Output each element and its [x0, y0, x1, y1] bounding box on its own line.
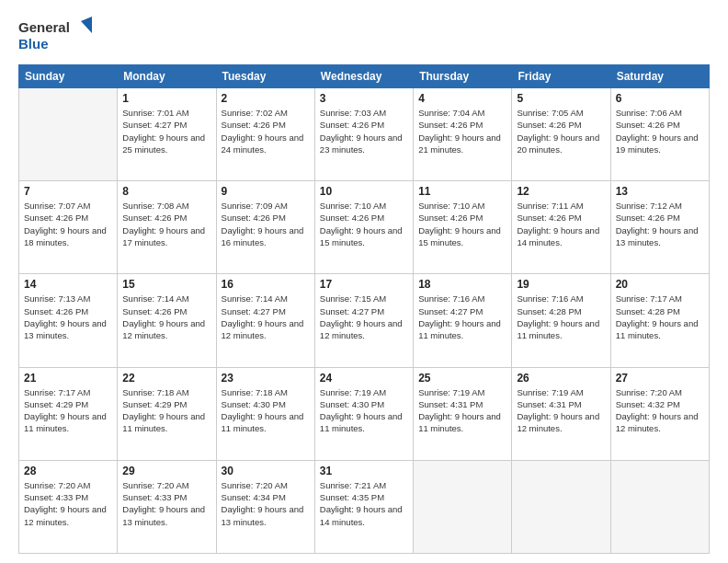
day-info: Sunrise: 7:20 AMSunset: 4:34 PMDaylight:… — [222, 479, 310, 528]
day-info: Sunrise: 7:19 AMSunset: 4:31 PMDaylight:… — [418, 386, 506, 435]
page: General Blue SundayMondayTuesdayWednesda… — [0, 0, 728, 563]
day-number: 15 — [122, 278, 210, 291]
calendar-cell: 12Sunrise: 7:11 AMSunset: 4:26 PMDayligh… — [512, 181, 610, 274]
day-info: Sunrise: 7:04 AMSunset: 4:26 PMDaylight:… — [418, 107, 506, 155]
calendar-cell: 8Sunrise: 7:08 AMSunset: 4:26 PMDaylight… — [118, 181, 216, 274]
calendar-cell: 31Sunrise: 7:21 AMSunset: 4:35 PMDayligh… — [314, 460, 413, 553]
day-info: Sunrise: 7:21 AMSunset: 4:35 PMDaylight:… — [320, 479, 408, 528]
day-number: 5 — [517, 92, 605, 105]
calendar-cell: 7Sunrise: 7:07 AMSunset: 4:26 PMDaylight… — [19, 181, 118, 274]
calendar-week-5: 28Sunrise: 7:20 AMSunset: 4:33 PMDayligh… — [19, 460, 710, 553]
day-number: 18 — [418, 278, 506, 291]
calendar-cell: 30Sunrise: 7:20 AMSunset: 4:34 PMDayligh… — [216, 460, 314, 553]
calendar-week-1: 1Sunrise: 7:01 AMSunset: 4:27 PMDaylight… — [19, 88, 710, 181]
day-number: 22 — [122, 372, 210, 385]
day-info: Sunrise: 7:14 AMSunset: 4:26 PMDaylight:… — [122, 293, 210, 341]
day-number: 29 — [122, 465, 210, 477]
day-number: 28 — [24, 465, 112, 477]
day-number: 12 — [517, 185, 605, 198]
calendar: SundayMondayTuesdayWednesdayThursdayFrid… — [18, 64, 710, 554]
calendar-cell — [512, 460, 610, 553]
day-number: 13 — [616, 185, 704, 198]
day-number: 26 — [517, 372, 605, 385]
calendar-cell: 13Sunrise: 7:12 AMSunset: 4:26 PMDayligh… — [610, 181, 709, 274]
day-number: 14 — [24, 278, 112, 291]
calendar-cell: 17Sunrise: 7:15 AMSunset: 4:27 PMDayligh… — [314, 274, 413, 367]
day-info: Sunrise: 7:11 AMSunset: 4:26 PMDaylight:… — [517, 200, 605, 248]
day-info: Sunrise: 7:16 AMSunset: 4:27 PMDaylight:… — [418, 293, 506, 341]
calendar-cell: 3Sunrise: 7:03 AMSunset: 4:26 PMDaylight… — [314, 88, 413, 181]
day-info: Sunrise: 7:13 AMSunset: 4:26 PMDaylight:… — [24, 293, 112, 341]
day-info: Sunrise: 7:17 AMSunset: 4:28 PMDaylight:… — [616, 293, 704, 341]
day-info: Sunrise: 7:20 AMSunset: 4:33 PMDaylight:… — [24, 479, 112, 528]
calendar-cell: 5Sunrise: 7:05 AMSunset: 4:26 PMDaylight… — [512, 88, 610, 181]
day-info: Sunrise: 7:09 AMSunset: 4:26 PMDaylight:… — [222, 200, 310, 248]
day-number: 3 — [320, 92, 408, 105]
col-header-monday: Monday — [118, 65, 216, 88]
day-info: Sunrise: 7:08 AMSunset: 4:26 PMDaylight:… — [122, 200, 210, 248]
day-number: 2 — [222, 92, 310, 105]
day-info: Sunrise: 7:17 AMSunset: 4:29 PMDaylight:… — [24, 386, 112, 435]
calendar-cell: 21Sunrise: 7:17 AMSunset: 4:29 PMDayligh… — [19, 367, 118, 460]
day-info: Sunrise: 7:20 AMSunset: 4:33 PMDaylight:… — [122, 479, 210, 528]
calendar-cell: 14Sunrise: 7:13 AMSunset: 4:26 PMDayligh… — [19, 274, 118, 367]
calendar-cell: 23Sunrise: 7:18 AMSunset: 4:30 PMDayligh… — [216, 367, 314, 460]
day-number: 24 — [320, 372, 408, 385]
day-number: 16 — [222, 278, 310, 291]
calendar-cell: 2Sunrise: 7:02 AMSunset: 4:26 PMDaylight… — [216, 88, 314, 181]
col-header-tuesday: Tuesday — [216, 65, 314, 88]
calendar-week-4: 21Sunrise: 7:17 AMSunset: 4:29 PMDayligh… — [19, 367, 710, 460]
day-info: Sunrise: 7:15 AMSunset: 4:27 PMDaylight:… — [320, 293, 408, 341]
day-info: Sunrise: 7:12 AMSunset: 4:26 PMDaylight:… — [616, 200, 704, 248]
calendar-cell: 28Sunrise: 7:20 AMSunset: 4:33 PMDayligh… — [19, 460, 118, 553]
logo: General Blue — [18, 17, 92, 55]
day-number: 8 — [122, 185, 210, 198]
calendar-cell: 25Sunrise: 7:19 AMSunset: 4:31 PMDayligh… — [414, 367, 512, 460]
day-info: Sunrise: 7:02 AMSunset: 4:26 PMDaylight:… — [222, 107, 310, 155]
calendar-cell: 27Sunrise: 7:20 AMSunset: 4:32 PMDayligh… — [610, 367, 709, 460]
day-number: 23 — [222, 372, 310, 385]
col-header-sunday: Sunday — [19, 65, 118, 88]
day-number: 9 — [222, 185, 310, 198]
day-number: 10 — [320, 185, 408, 198]
svg-text:General: General — [18, 19, 70, 35]
day-info: Sunrise: 7:10 AMSunset: 4:26 PMDaylight:… — [418, 200, 506, 248]
day-info: Sunrise: 7:14 AMSunset: 4:27 PMDaylight:… — [222, 293, 310, 341]
calendar-cell: 11Sunrise: 7:10 AMSunset: 4:26 PMDayligh… — [414, 181, 512, 274]
day-info: Sunrise: 7:18 AMSunset: 4:29 PMDaylight:… — [122, 386, 210, 435]
calendar-cell: 22Sunrise: 7:18 AMSunset: 4:29 PMDayligh… — [118, 367, 216, 460]
calendar-cell: 15Sunrise: 7:14 AMSunset: 4:26 PMDayligh… — [118, 274, 216, 367]
calendar-cell: 6Sunrise: 7:06 AMSunset: 4:26 PMDaylight… — [610, 88, 709, 181]
day-number: 7 — [24, 185, 112, 198]
day-number: 27 — [616, 372, 704, 385]
day-number: 25 — [418, 372, 506, 385]
calendar-cell — [610, 460, 709, 553]
calendar-cell: 4Sunrise: 7:04 AMSunset: 4:26 PMDaylight… — [414, 88, 512, 181]
day-info: Sunrise: 7:06 AMSunset: 4:26 PMDaylight:… — [616, 107, 704, 155]
calendar-cell: 26Sunrise: 7:19 AMSunset: 4:31 PMDayligh… — [512, 367, 610, 460]
day-number: 20 — [616, 278, 704, 291]
day-number: 21 — [24, 372, 112, 385]
calendar-week-3: 14Sunrise: 7:13 AMSunset: 4:26 PMDayligh… — [19, 274, 710, 367]
calendar-cell — [19, 88, 118, 181]
calendar-cell: 29Sunrise: 7:20 AMSunset: 4:33 PMDayligh… — [118, 460, 216, 553]
day-info: Sunrise: 7:18 AMSunset: 4:30 PMDaylight:… — [222, 386, 310, 435]
logo-svg: General Blue — [18, 17, 92, 55]
day-info: Sunrise: 7:16 AMSunset: 4:28 PMDaylight:… — [517, 293, 605, 341]
calendar-cell: 1Sunrise: 7:01 AMSunset: 4:27 PMDaylight… — [118, 88, 216, 181]
svg-text:Blue: Blue — [18, 36, 49, 52]
calendar-cell: 9Sunrise: 7:09 AMSunset: 4:26 PMDaylight… — [216, 181, 314, 274]
day-number: 1 — [122, 92, 210, 105]
calendar-cell: 20Sunrise: 7:17 AMSunset: 4:28 PMDayligh… — [610, 274, 709, 367]
header: General Blue — [18, 17, 710, 55]
day-info: Sunrise: 7:10 AMSunset: 4:26 PMDaylight:… — [320, 200, 408, 248]
col-header-thursday: Thursday — [414, 65, 512, 88]
day-info: Sunrise: 7:03 AMSunset: 4:26 PMDaylight:… — [320, 107, 408, 155]
day-number: 11 — [418, 185, 506, 198]
calendar-week-2: 7Sunrise: 7:07 AMSunset: 4:26 PMDaylight… — [19, 181, 710, 274]
day-number: 30 — [222, 465, 310, 477]
calendar-cell: 10Sunrise: 7:10 AMSunset: 4:26 PMDayligh… — [314, 181, 413, 274]
calendar-cell: 19Sunrise: 7:16 AMSunset: 4:28 PMDayligh… — [512, 274, 610, 367]
calendar-cell: 24Sunrise: 7:19 AMSunset: 4:30 PMDayligh… — [314, 367, 413, 460]
day-info: Sunrise: 7:19 AMSunset: 4:30 PMDaylight:… — [320, 386, 408, 435]
